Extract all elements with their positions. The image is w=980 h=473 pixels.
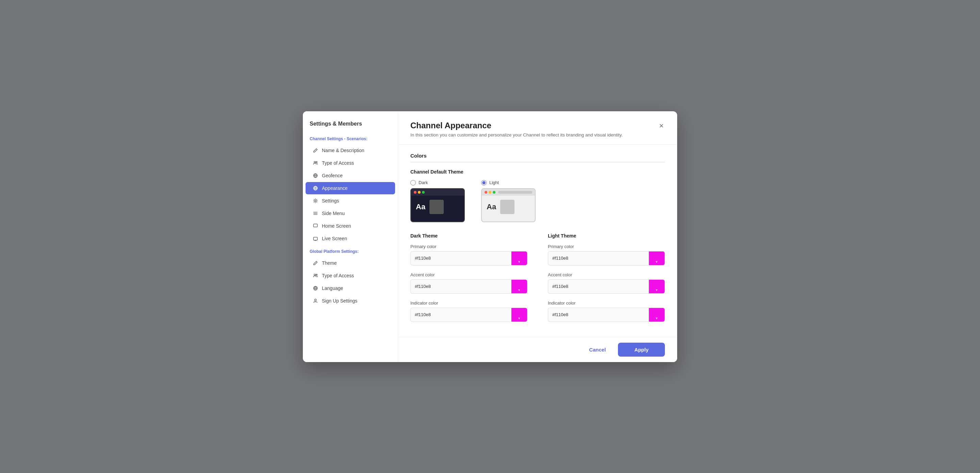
colors-section-heading: Colors (410, 153, 665, 162)
light-indicator-input-row (548, 307, 665, 322)
light-titlebar (482, 189, 535, 196)
light-theme-col-heading: Light Theme (548, 233, 665, 239)
sidebar-item-type-of-access[interactable]: Type of Access (305, 157, 395, 169)
signup-icon (312, 298, 318, 304)
apply-button[interactable]: Apply (618, 343, 665, 357)
dark-preview-body: Aa (411, 196, 464, 218)
dark-primary-input[interactable] (410, 251, 511, 266)
light-radio[interactable] (481, 180, 487, 185)
live-screen-icon (312, 236, 318, 242)
sidebar-item-type-of-access-global[interactable]: Type of Access (305, 269, 395, 282)
sidebar-item-geofence[interactable]: Geofence (305, 169, 395, 182)
light-preview: Aa (481, 188, 536, 222)
sidebar-item-label: Home Screen (322, 223, 351, 229)
dark-accent-input[interactable] (410, 279, 511, 294)
sidebar-item-label: Settings (322, 198, 339, 204)
dot-yellow-dark (418, 191, 421, 194)
dark-label: Dark (418, 180, 428, 185)
sidebar-item-language[interactable]: Language (305, 282, 395, 295)
channel-section-label: Channel Settings - Scenarios: (303, 132, 398, 144)
sidebar-item-name-description[interactable]: Name & Description (305, 144, 395, 156)
modal-subtitle: In this section you can customize and pe… (410, 132, 623, 137)
dot-yellow-light (488, 191, 492, 194)
sidebar-item-theme[interactable]: Theme (305, 257, 395, 269)
light-primary-label: Primary color (548, 244, 665, 249)
sidebar-item-side-menu[interactable]: Side Menu (305, 207, 395, 220)
light-theme-option: Light Aa (481, 180, 536, 222)
close-button[interactable]: × (658, 121, 665, 131)
dark-primary-group: Primary color (410, 244, 527, 266)
light-indicator-group: Indicator color (548, 301, 665, 322)
language-icon (312, 285, 318, 291)
light-primary-input[interactable] (548, 251, 649, 266)
dark-indicator-swatch[interactable] (511, 307, 527, 322)
sidebar-item-label: Side Menu (322, 211, 345, 216)
dot-red-light (485, 191, 487, 194)
dark-theme-option: Dark Aa (410, 180, 465, 222)
light-indicator-input[interactable] (548, 307, 649, 322)
globe-icon (312, 172, 318, 178)
dark-indicator-label: Indicator color (410, 301, 527, 306)
cancel-button[interactable]: Cancel (582, 343, 612, 356)
sidebar-item-appearance[interactable]: Appearance (305, 182, 395, 194)
light-accent-input[interactable] (548, 279, 649, 294)
modal-dialog: Settings & Members Channel Settings - Sc… (303, 111, 677, 362)
users-global-icon (312, 272, 318, 279)
sidebar-item-label: Geofence (322, 173, 343, 178)
dot-red-dark (414, 191, 417, 194)
main-content: Channel Appearance In this section you c… (398, 111, 677, 362)
svg-point-0 (314, 161, 315, 162)
sidebar-item-sign-up-settings[interactable]: Sign Up Settings (305, 295, 395, 307)
dark-primary-input-row (410, 251, 527, 266)
users-icon (312, 160, 318, 166)
light-title-bar (498, 191, 532, 194)
svg-rect-6 (313, 237, 317, 240)
settings-icon (312, 198, 318, 204)
dark-indicator-input[interactable] (410, 307, 511, 322)
sidebar-title: Settings & Members (303, 121, 398, 132)
light-accent-label: Accent color (548, 272, 665, 277)
svg-point-8 (316, 274, 318, 275)
dark-preview-rect (430, 200, 444, 214)
light-preview-rect (500, 200, 514, 214)
light-accent-input-row (548, 279, 665, 294)
dot-green-light (493, 191, 495, 194)
dark-preview-text: Aa (416, 202, 425, 211)
edit-icon (312, 147, 318, 153)
sidebar-item-label: Type of Access (322, 273, 354, 278)
dark-theme-col-heading: Dark Theme (410, 233, 527, 239)
dark-titlebar (411, 189, 464, 196)
light-preview-text: Aa (487, 202, 496, 211)
dark-accent-group: Accent color (410, 272, 527, 294)
dark-preview: Aa (410, 188, 465, 222)
dark-primary-swatch[interactable] (511, 251, 527, 266)
dark-accent-input-row (410, 279, 527, 294)
dark-radio[interactable] (410, 180, 416, 185)
light-primary-swatch[interactable] (649, 251, 665, 266)
dark-accent-label: Accent color (410, 272, 527, 277)
dark-accent-swatch[interactable] (511, 279, 527, 294)
color-themes-grid: Dark Theme Primary color Accent color (410, 233, 665, 329)
modal-overlay: Settings & Members Channel Settings - Sc… (0, 0, 980, 473)
dark-indicator-input-row (410, 307, 527, 322)
light-primary-group: Primary color (548, 244, 665, 266)
svg-point-4 (315, 200, 316, 201)
sidebar-item-label: Live Screen (322, 236, 347, 241)
modal-footer: Cancel Apply (398, 337, 677, 362)
light-theme-col: Light Theme Primary color Accent color (548, 233, 665, 329)
svg-rect-5 (313, 224, 317, 227)
svg-point-1 (316, 161, 318, 162)
menu-icon (312, 210, 318, 217)
sidebar-item-label: Appearance (322, 185, 348, 191)
theme-options: Dark Aa (410, 180, 665, 222)
light-indicator-swatch[interactable] (649, 307, 665, 322)
light-label: Light (489, 180, 499, 185)
sidebar-item-label: Name & Description (322, 148, 364, 153)
light-accent-group: Accent color (548, 272, 665, 294)
sidebar-item-live-screen[interactable]: Live Screen (305, 233, 395, 245)
light-accent-swatch[interactable] (649, 279, 665, 294)
sidebar-item-settings[interactable]: Settings (305, 195, 395, 207)
light-indicator-label: Indicator color (548, 301, 665, 306)
home-screen-icon (312, 223, 318, 229)
sidebar-item-home-screen[interactable]: Home Screen (305, 220, 395, 232)
